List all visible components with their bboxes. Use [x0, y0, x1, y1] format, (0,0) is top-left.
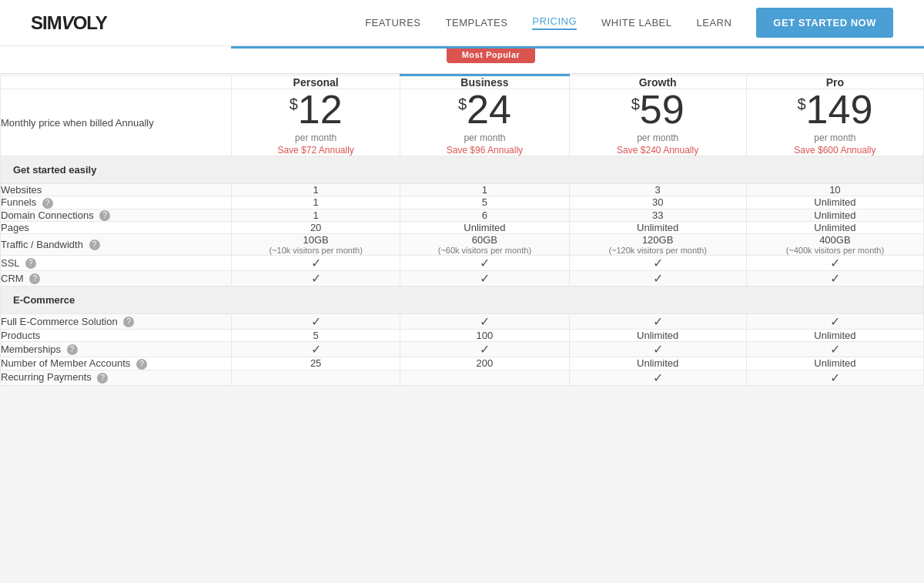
- plan-header-row: Personal Business Growth Pro: [1, 75, 924, 89]
- navbar: SIMVOLY FEATURES TEMPLATES PRICING WHITE…: [0, 0, 924, 46]
- pricing-row: Monthly price when billed Annually $12 p…: [1, 89, 924, 156]
- check-icon: ✓: [830, 272, 840, 285]
- check-icon: ✓: [480, 256, 490, 270]
- cta-button[interactable]: GET STARTED NOW: [756, 8, 893, 38]
- check-icon: ✓: [480, 343, 490, 356]
- check-icon: ✓: [311, 256, 321, 270]
- domain-info-icon[interactable]: ?: [99, 210, 110, 221]
- check-icon: ✓: [653, 371, 663, 384]
- funnels-info-icon[interactable]: ?: [42, 198, 53, 209]
- check-icon: ✓: [830, 343, 840, 356]
- pricing-table: Personal Business Growth Pro Monthly pri…: [0, 74, 924, 386]
- feature-crm: CRM ? ✓ ✓ ✓ ✓: [1, 271, 924, 286]
- price-pro: $149 per month Save $600 Annually: [746, 89, 923, 156]
- feature-pages: Pages 20 Unlimited Unlimited Unlimited: [1, 222, 924, 234]
- check-icon: ✓: [653, 272, 663, 285]
- logo: SIMVOLY: [31, 12, 107, 34]
- feature-traffic: Traffic / Bandwidth ? 10GB (~10k visitor…: [1, 234, 924, 256]
- price-personal: $12 per month Save $72 Annually: [232, 89, 400, 156]
- traffic-info-icon[interactable]: ?: [89, 240, 100, 250]
- check-icon: ✓: [830, 256, 840, 270]
- nav-links: FEATURES TEMPLATES PRICING WHITE LABEL L…: [365, 15, 732, 30]
- price-label: Monthly price when billed Annually: [1, 89, 232, 156]
- feature-products: Products 5 100 Unlimited Unlimited: [1, 330, 924, 342]
- feature-ssl: SSL ? ✓ ✓ ✓ ✓: [1, 256, 924, 271]
- memberships-info-icon[interactable]: ?: [67, 344, 78, 355]
- section-get-started: Get started easily: [1, 156, 924, 184]
- check-icon: ✓: [653, 343, 663, 356]
- price-growth: $59 per month Save $240 Annually: [569, 89, 746, 156]
- nav-learn[interactable]: LEARN: [697, 17, 732, 28]
- check-icon: ✓: [480, 272, 490, 285]
- check-icon: ✓: [311, 343, 321, 356]
- feature-recurring-payments: Recurring Payments ? ✓ ✓: [1, 370, 924, 385]
- nav-pricing[interactable]: PRICING: [532, 15, 577, 30]
- section-ecommerce: E-Commerce: [1, 286, 924, 314]
- feature-domain-connections: Domain Connections ? 1 6 33 Unlimited: [1, 209, 924, 222]
- main-content: Most Popular Personal Business Growth Pr…: [0, 46, 924, 417]
- feature-websites: Websites 1 1 3 10: [1, 184, 924, 196]
- recurring-info-icon[interactable]: ?: [97, 373, 108, 384]
- check-icon: ✓: [311, 272, 321, 285]
- section-title-ecommerce: E-Commerce: [1, 286, 924, 314]
- check-icon: ✓: [480, 315, 490, 328]
- price-business: $24 per month Save $96 Annually: [400, 89, 569, 156]
- section-title: Get started easily: [1, 156, 924, 184]
- ssl-info-icon[interactable]: ?: [25, 258, 36, 269]
- nav-features[interactable]: FEATURES: [365, 17, 420, 28]
- nav-whitelabel[interactable]: WHITE LABEL: [601, 17, 671, 28]
- most-popular-badge: Most Popular: [447, 46, 536, 63]
- feature-ecommerce-solution: Full E-Commerce Solution ? ✓ ✓ ✓ ✓: [1, 314, 924, 330]
- check-icon: ✓: [653, 315, 663, 328]
- ecommerce-info-icon[interactable]: ?: [123, 317, 134, 327]
- member-accounts-info-icon[interactable]: ?: [136, 359, 147, 370]
- crm-info-icon[interactable]: ?: [29, 273, 40, 284]
- check-icon: ✓: [830, 371, 840, 384]
- feature-member-accounts: Number of Member Accounts ? 25 200 Unlim…: [1, 357, 924, 370]
- check-icon: ✓: [311, 315, 321, 328]
- check-icon: ✓: [830, 315, 840, 328]
- feature-memberships: Memberships ? ✓ ✓ ✓ ✓: [1, 342, 924, 357]
- nav-templates[interactable]: TEMPLATES: [446, 17, 508, 28]
- feature-funnels: Funnels ? 1 5 30 Unlimited: [1, 196, 924, 209]
- check-icon: ✓: [653, 256, 663, 270]
